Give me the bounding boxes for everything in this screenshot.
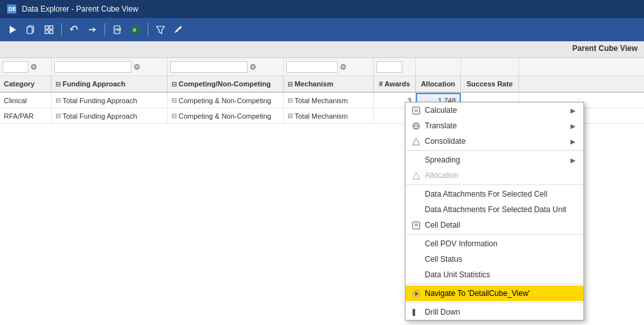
row1-competing-expand: ⊟ (171, 97, 177, 104)
menu-item-translate[interactable]: Translate ▶ (405, 118, 583, 133)
copy-button[interactable] (23, 22, 39, 37)
allocation-icon (411, 172, 421, 180)
translate-icon (411, 122, 421, 130)
filter-category-input[interactable] (3, 61, 28, 73)
menu-item-data-att-cell[interactable]: Data Attachments For Selected Cell (405, 186, 583, 202)
excel-button[interactable]: X (128, 22, 143, 37)
expand-funding-icon: ⊟ (55, 81, 61, 88)
filter-competing-input[interactable] (170, 61, 248, 73)
filter-funding-input[interactable] (54, 61, 132, 73)
filter-competing: ⚙ (168, 58, 284, 75)
svg-marker-22 (413, 172, 420, 179)
filter-allocation (416, 58, 461, 75)
cell-category-2: RFA/PAR (0, 108, 52, 123)
title-bar-text: Data Explorer - Parent Cube View (22, 5, 139, 14)
title-bar: DE Data Explorer - Parent Cube View (0, 0, 644, 18)
header-row: Category ⊟ Funding Approach ⊟ Competing/… (0, 76, 644, 93)
filter-mechanism-icon[interactable]: ⚙ (340, 63, 347, 72)
svg-rect-7 (45, 30, 48, 34)
drill-icon (411, 308, 421, 317)
menu-item-cell-pov[interactable]: Cell POV Information (405, 236, 583, 251)
svg-rect-5 (45, 26, 48, 29)
svg-rect-8 (50, 30, 53, 34)
svg-rect-6 (50, 26, 53, 29)
separator-3 (148, 23, 148, 36)
separator-1 (61, 23, 62, 36)
expand-competing-icon: ⊟ (171, 81, 177, 88)
filter-mechanism-input[interactable] (286, 61, 338, 73)
cell-detail-icon (411, 221, 421, 230)
svg-text:PDF: PDF (115, 28, 122, 32)
cell-competing-2: ⊟ Competing & Non-Competing (168, 108, 284, 123)
row1-mechanism-expand: ⊟ (288, 97, 293, 104)
header-competing: ⊟ Competing/Non-Competing (168, 76, 284, 92)
separator-2 (104, 23, 105, 36)
navigate-icon (411, 290, 421, 298)
run-button[interactable] (5, 22, 21, 37)
menu-item-cell-status[interactable]: Cell Status (405, 251, 583, 267)
menu-sep-5 (405, 302, 583, 303)
menu-item-data-att-unit[interactable]: Data Attachments For Selected Data Unit (405, 202, 583, 217)
svg-text:DE: DE (8, 6, 17, 12)
filter-mechanism: ⚙ (284, 58, 374, 75)
edit-button[interactable] (171, 22, 186, 37)
undo-button[interactable] (66, 22, 82, 37)
translate-arrow: ▶ (571, 123, 576, 130)
menu-item-consolidate[interactable]: Consolidate ▶ (405, 133, 583, 149)
row2-competing-expand: ⊟ (171, 112, 177, 119)
menu-item-calculate[interactable]: Calculate ▶ (405, 103, 583, 118)
menu-item-drill-down[interactable]: Drill Down (405, 304, 583, 320)
filter-category-icon[interactable]: ⚙ (30, 63, 37, 72)
menu-sep-3 (405, 234, 583, 235)
cell-competing-1: ⊟ Competing & Non-Competing (168, 93, 284, 108)
cell-category-1: Clinical (0, 93, 52, 108)
step-button[interactable] (84, 22, 100, 37)
cell-funding-1: ⊟ Total Funding Approach (52, 93, 168, 108)
grid-button[interactable] (41, 22, 57, 37)
filter-row: ⚙ ⚙ ⚙ ⚙ (0, 58, 644, 76)
expand-mechanism-icon: ⊟ (288, 81, 293, 88)
app-icon: DE (6, 4, 17, 14)
filter-funding-icon[interactable]: ⚙ (133, 63, 141, 72)
row1-funding-expand: ⊟ (55, 97, 61, 104)
menu-sep-4 (405, 284, 583, 284)
svg-rect-4 (27, 27, 32, 34)
header-awards: # Awards (374, 76, 416, 92)
consolidate-arrow: ▶ (571, 138, 576, 145)
row2-funding-expand: ⊟ (55, 112, 61, 119)
filter-success (461, 58, 519, 75)
row2-mechanism-expand: ⊟ (288, 112, 293, 119)
calculate-arrow: ▶ (571, 107, 576, 114)
view-title-bar: Parent Cube View (0, 41, 644, 58)
filter-competing-icon[interactable]: ⚙ (249, 63, 257, 72)
toolbar: PDF X (0, 18, 644, 41)
cell-funding-2: ⊟ Total Funding Approach (52, 108, 168, 123)
menu-sep-2 (405, 184, 583, 185)
header-category: Category (0, 76, 52, 92)
main-content: ⚙ ⚙ ⚙ ⚙ Category (0, 58, 644, 325)
menu-item-navigate[interactable]: Navigate To 'DetailCube_View' (405, 286, 583, 301)
menu-item-allocation: Allocation (405, 168, 583, 183)
header-funding: ⊟ Funding Approach (52, 76, 168, 92)
export-button[interactable]: PDF (110, 22, 125, 37)
svg-marker-21 (413, 138, 420, 145)
svg-text:X: X (133, 27, 137, 33)
filter-awards-input[interactable] (376, 61, 402, 73)
filter-funding: ⚙ (52, 58, 168, 75)
menu-item-spreading[interactable]: Spreading ▶ (405, 152, 583, 168)
menu-item-cell-detail[interactable]: Cell Detail (405, 217, 583, 233)
cell-mechanism-2: ⊟ Total Mechanism (284, 108, 374, 123)
cell-mechanism-1: ⊟ Total Mechanism (284, 93, 374, 108)
filter-button[interactable] (153, 22, 168, 37)
header-mechanism: ⊟ Mechanism (284, 76, 374, 92)
menu-sep-1 (405, 150, 583, 151)
menu-item-data-unit-stats[interactable]: Data Unit Statistics (405, 267, 583, 282)
calculate-icon (411, 106, 421, 115)
header-success: Success Rate (461, 76, 519, 92)
header-allocation: Allocation (416, 76, 461, 92)
svg-marker-2 (10, 26, 16, 34)
context-menu: Calculate ▶ Translate ▶ Consolidate ▶ Sp… (405, 102, 584, 320)
consolidate-icon (411, 137, 421, 146)
filter-category: ⚙ (0, 58, 52, 75)
filter-awards (374, 58, 416, 75)
